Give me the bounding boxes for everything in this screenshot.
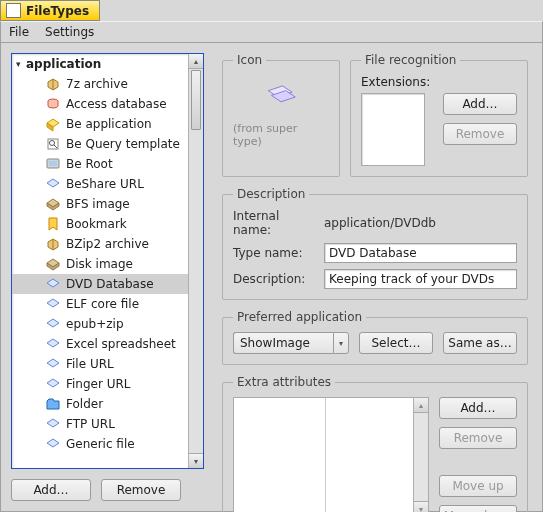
icon-from-super-label: (from super type) [233, 122, 329, 148]
select-app-button[interactable]: Select… [359, 332, 433, 354]
preferred-app-title: Preferred application [233, 310, 366, 324]
tree-item-label: 7z archive [66, 77, 128, 91]
generic-icon [44, 316, 61, 333]
generic-icon [44, 416, 61, 433]
folder-icon [44, 396, 61, 413]
generic-icon [44, 176, 61, 193]
tree-parent-application[interactable]: application [12, 54, 188, 74]
scroll-up-icon: ▴ [414, 398, 428, 413]
internal-name-value: application/DVDdb [324, 216, 517, 230]
extension-add-button[interactable]: Add… [443, 93, 517, 115]
tree-item-label: Generic file [66, 437, 135, 451]
tree-item-label: Be Query template [66, 137, 180, 151]
icon-group-title: Icon [233, 53, 266, 67]
menu-file[interactable]: File [9, 25, 29, 39]
svg-marker-10 [47, 179, 59, 187]
same-as-button[interactable]: Same as… [443, 332, 517, 354]
window-title-bar: FileTypes [0, 0, 100, 21]
tree-item-label: Finger URL [66, 377, 131, 391]
tree-item-label: Be application [66, 117, 152, 131]
generic-icon [44, 436, 61, 453]
tree-item-label: BeShare URL [66, 177, 144, 191]
right-pane: Icon (from super type) File recognition … [214, 43, 542, 511]
tree-scrollbar[interactable]: ▴ ▾ [188, 54, 203, 468]
tree-item[interactable]: 7z archive [12, 74, 188, 94]
app-icon [44, 116, 61, 133]
attr-move-up-button[interactable]: Move up [439, 475, 517, 497]
attr-remove-button[interactable]: Remove [439, 427, 517, 449]
tree-item-label: DVD Database [66, 277, 154, 291]
svg-marker-17 [47, 279, 59, 287]
pkg-icon [44, 76, 61, 93]
tree-item[interactable]: Generic file [12, 434, 188, 454]
tree-item-label: Folder [66, 397, 103, 411]
scroll-down-icon: ▾ [414, 501, 428, 512]
left-pane: application7z archiveAccess databaseBe a… [1, 43, 214, 511]
scroll-thumb[interactable] [191, 70, 201, 130]
tree-remove-button[interactable]: Remove [101, 479, 181, 501]
tree-item-label: BZip2 archive [66, 237, 149, 251]
svg-marker-18 [47, 299, 59, 307]
tree-item[interactable]: ELF core file [12, 294, 188, 314]
tree-add-button[interactable]: Add… [11, 479, 91, 501]
tree-item-label: FTP URL [66, 417, 115, 431]
description-label: Description: [233, 272, 318, 286]
type-tree[interactable]: application7z archiveAccess databaseBe a… [11, 53, 204, 469]
tree-item[interactable]: epub+zip [12, 314, 188, 334]
disk-icon [44, 256, 61, 273]
root-icon [44, 156, 61, 173]
type-icon-preview[interactable] [262, 78, 300, 119]
tree-item[interactable]: Excel spreadsheet [12, 334, 188, 354]
file-recognition-group: File recognition Extensions: Add… Remove [350, 53, 528, 177]
tree-item[interactable]: BZip2 archive [12, 234, 188, 254]
description-group: Description Internal name: application/D… [222, 187, 528, 300]
tree-item[interactable]: Disk image [12, 254, 188, 274]
attr-scrollbar[interactable]: ▴ ▾ [413, 398, 428, 512]
tree-item[interactable]: Be Query template [12, 134, 188, 154]
svg-rect-9 [49, 161, 57, 166]
extension-remove-button[interactable]: Remove [443, 123, 517, 145]
description-title: Description [233, 187, 309, 201]
tree-item[interactable]: BFS image [12, 194, 188, 214]
tree-item-label: File URL [66, 357, 114, 371]
type-name-input[interactable]: DVD Database [324, 243, 517, 263]
extensions-label: Extensions: [361, 75, 517, 89]
tree-item[interactable]: Be Root [12, 154, 188, 174]
tree-item[interactable]: File URL [12, 354, 188, 374]
description-input[interactable]: Keeping track of your DVDs [324, 269, 517, 289]
attributes-table[interactable]: ▴ ▾ [233, 397, 429, 512]
generic-icon [44, 296, 61, 313]
close-button[interactable] [6, 3, 21, 18]
icon-group: Icon (from super type) [222, 53, 340, 177]
preferred-app-combo[interactable]: ShowImage ▾ [233, 332, 349, 354]
tree-item-label: ELF core file [66, 297, 139, 311]
chevron-down-icon[interactable]: ▾ [333, 332, 349, 354]
attr-move-down-button[interactable]: Move down [439, 505, 517, 512]
db-icon [44, 96, 61, 113]
tree-item-label: Bookmark [66, 217, 127, 231]
main-content: application7z archiveAccess databaseBe a… [0, 43, 543, 512]
type-name-label: Type name: [233, 246, 318, 260]
tree-item-label: Excel spreadsheet [66, 337, 176, 351]
svg-marker-23 [47, 419, 59, 427]
extra-attributes-group: Extra attributes ▴ ▾ Add… Remove Move up… [222, 375, 528, 512]
tree-item[interactable]: FTP URL [12, 414, 188, 434]
tree-item[interactable]: Access database [12, 94, 188, 114]
tree-item[interactable]: Be application [12, 114, 188, 134]
tree-item[interactable]: Bookmark [12, 214, 188, 234]
svg-marker-24 [47, 439, 59, 447]
preferred-app-value: ShowImage [233, 332, 333, 354]
tree-item[interactable]: Folder [12, 394, 188, 414]
tree-item-label: Be Root [66, 157, 113, 171]
window-title: FileTypes [26, 4, 89, 18]
query-icon [44, 136, 61, 153]
disk-icon [44, 196, 61, 213]
extensions-list[interactable] [361, 93, 425, 166]
scroll-up-icon[interactable]: ▴ [189, 54, 203, 69]
scroll-down-icon[interactable]: ▾ [189, 453, 203, 468]
menu-settings[interactable]: Settings [45, 25, 94, 39]
attr-add-button[interactable]: Add… [439, 397, 517, 419]
tree-item[interactable]: BeShare URL [12, 174, 188, 194]
tree-item[interactable]: DVD Database [12, 274, 188, 294]
tree-item[interactable]: Finger URL [12, 374, 188, 394]
